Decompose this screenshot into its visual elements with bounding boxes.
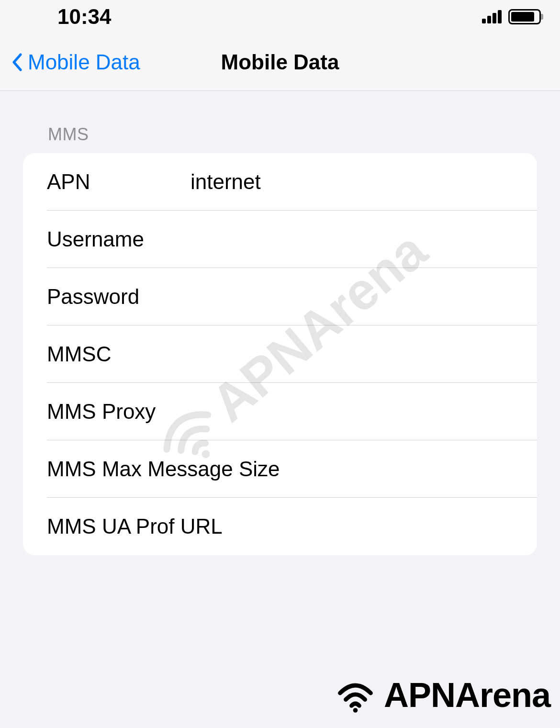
- row-apn[interactable]: APN: [23, 153, 537, 211]
- brand-text: APNArena: [384, 675, 550, 715]
- label-mmsc: MMSC: [47, 342, 190, 366]
- chevron-left-icon: [11, 53, 22, 71]
- input-mmsc[interactable]: [190, 342, 537, 366]
- cellular-signal-icon: [482, 10, 502, 23]
- back-button[interactable]: Mobile Data: [0, 50, 140, 74]
- label-username: Username: [47, 227, 190, 251]
- brand-footer: APNArena: [333, 675, 550, 715]
- navigation-bar: Mobile Data Mobile Data: [0, 34, 560, 91]
- input-username[interactable]: [190, 227, 537, 251]
- row-mms-ua-prof-url[interactable]: MMS UA Prof URL: [23, 498, 537, 555]
- battery-icon: [508, 9, 541, 24]
- row-mms-max-message-size[interactable]: MMS Max Message Size: [23, 440, 537, 498]
- svg-point-1: [353, 708, 358, 713]
- row-username[interactable]: Username: [23, 211, 537, 268]
- settings-group-mms: APN Username Password MMSC MMS Proxy MMS…: [23, 153, 537, 555]
- wifi-icon: [333, 676, 378, 714]
- label-apn: APN: [47, 170, 190, 194]
- page-title: Mobile Data: [221, 50, 339, 74]
- input-apn[interactable]: [190, 170, 537, 194]
- input-mms-proxy[interactable]: [190, 400, 537, 424]
- label-mms-ua-prof-url: MMS UA Prof URL: [47, 515, 223, 538]
- status-icons: [482, 9, 541, 24]
- label-mms-max-message-size: MMS Max Message Size: [47, 457, 280, 481]
- row-mmsc[interactable]: MMSC: [23, 325, 537, 383]
- row-password[interactable]: Password: [23, 268, 537, 325]
- back-label: Mobile Data: [28, 50, 140, 74]
- label-password: Password: [47, 285, 190, 309]
- section-header-mms: MMS: [0, 124, 560, 145]
- input-password[interactable]: [190, 285, 537, 309]
- row-mms-proxy[interactable]: MMS Proxy: [23, 383, 537, 440]
- status-bar: 10:34: [0, 0, 560, 34]
- status-time: 10:34: [57, 5, 112, 29]
- content: MMS APN Username Password MMSC MMS Proxy…: [0, 91, 560, 555]
- label-mms-proxy: MMS Proxy: [47, 400, 190, 424]
